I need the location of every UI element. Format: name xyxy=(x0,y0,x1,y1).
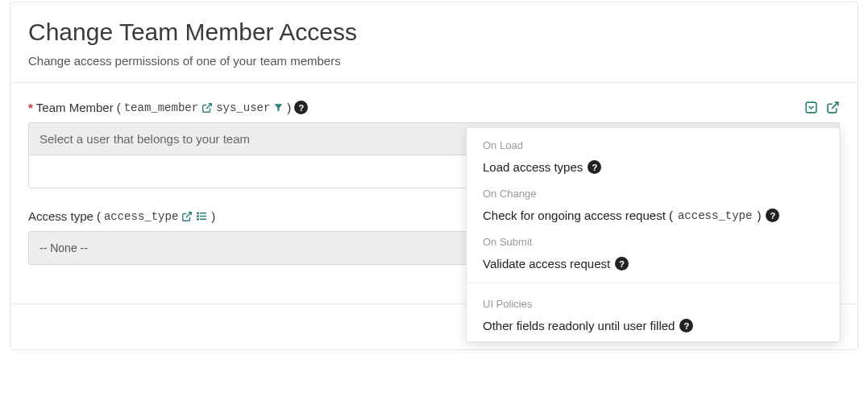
popup-section-on-submit: On Submit xyxy=(467,228,840,251)
close-paren: ) xyxy=(287,101,291,114)
external-link-icon[interactable] xyxy=(826,101,840,114)
popup-item-var: access_type xyxy=(678,209,752,222)
external-link-icon[interactable] xyxy=(201,102,213,114)
page-subtitle: Change access permissions of one of your… xyxy=(28,54,840,68)
help-icon[interactable]: ? xyxy=(294,101,308,114)
popup-divider xyxy=(467,283,840,283)
help-icon[interactable]: ? xyxy=(588,160,601,174)
close-paren: ) xyxy=(211,209,215,223)
help-icon[interactable]: ? xyxy=(679,319,693,332)
card-header: Change Team Member Access Change access … xyxy=(10,2,858,83)
svg-line-2 xyxy=(832,102,838,109)
popup-item-label-suffix: ) xyxy=(757,208,761,222)
popup-section-ui-policies: UI Policies xyxy=(467,290,840,313)
popup-section-on-change: On Change xyxy=(467,180,840,203)
popup-item-label: Load access types xyxy=(483,160,583,174)
svg-rect-1 xyxy=(806,102,816,113)
popup-item-load-access-types[interactable]: Load access types ? xyxy=(467,155,840,180)
svg-line-3 xyxy=(186,212,191,217)
team-member-label-row: * Team Member ( team_member sys_user ) ? xyxy=(28,101,840,114)
svg-point-9 xyxy=(197,219,199,221)
team-member-ref-table: sys_user xyxy=(216,101,270,114)
access-type-label-left: Access type ( access_type ) xyxy=(28,209,215,223)
list-icon[interactable] xyxy=(196,210,208,222)
team-member-label: Team Member xyxy=(36,101,114,114)
team-member-label-right xyxy=(804,101,840,114)
external-link-icon[interactable] xyxy=(181,211,193,222)
popup-item-readonly-policy[interactable]: Other fields readonly until user filled … xyxy=(467,313,840,338)
svg-point-7 xyxy=(197,213,199,214)
access-type-value: -- None -- xyxy=(39,242,88,254)
filter-icon[interactable] xyxy=(273,102,284,113)
scripts-popup: On Load Load access types ? On Change Ch… xyxy=(466,127,841,342)
access-type-var-name: access_type xyxy=(104,210,178,223)
popup-section-on-load: On Load xyxy=(467,131,840,155)
svg-line-0 xyxy=(206,103,211,108)
popup-item-validate[interactable]: Validate access request ? xyxy=(467,251,840,276)
svg-point-8 xyxy=(197,216,199,217)
open-paren: ( xyxy=(117,101,121,114)
popup-item-label: Validate access request xyxy=(483,257,610,270)
required-star: * xyxy=(28,101,33,114)
popup-item-check-ongoing[interactable]: Check for ongoing access request (access… xyxy=(467,203,840,228)
dropdown-outline-icon[interactable] xyxy=(804,101,818,114)
access-type-label: Access type xyxy=(28,209,93,223)
popup-item-label: Other fields readonly until user filled xyxy=(483,319,675,332)
popup-item-label-prefix: Check for ongoing access request ( xyxy=(483,208,673,222)
help-icon[interactable]: ? xyxy=(766,208,779,222)
team-member-var-name: team_member xyxy=(124,101,198,114)
open-paren: ( xyxy=(97,209,101,223)
page-title: Change Team Member Access xyxy=(28,19,840,46)
help-icon[interactable]: ? xyxy=(615,257,629,270)
team-member-label-left: * Team Member ( team_member sys_user ) ? xyxy=(28,101,308,114)
